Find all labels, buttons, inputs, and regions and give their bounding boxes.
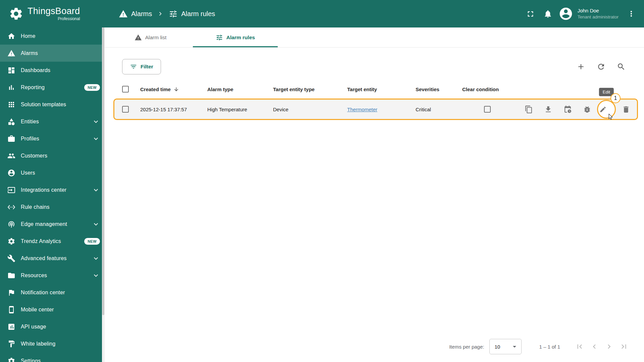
tab-bar: Alarm list Alarm rules [105, 27, 644, 48]
table-row[interactable]: 2025-12-15 17:37:57 High Temperature Dev… [113, 99, 638, 120]
sidebar-item-label: Users [21, 170, 35, 176]
chevron-down-icon [92, 118, 100, 126]
arrow-down-icon [173, 86, 179, 92]
cell-target-entity-type: Device [273, 107, 347, 112]
edit-button[interactable]: Edit1 [599, 102, 613, 116]
sidebar-item-edge-management[interactable]: Edge management [0, 216, 105, 233]
row-actions: Edit1 [513, 102, 637, 116]
column-clear-condition[interactable]: Clear condition [462, 86, 513, 92]
row-checkbox[interactable] [122, 106, 129, 113]
sidebar-item-label: Rule chains [21, 204, 50, 210]
white-labeling-icon [7, 340, 15, 348]
sidebar-item-profiles[interactable]: Profiles [0, 130, 105, 147]
column-target-entity-type[interactable]: Target entity type [273, 86, 347, 92]
sidebar-item-users[interactable]: Users [0, 164, 105, 181]
tab-alarm-list[interactable]: Alarm list [108, 27, 193, 47]
filter-button[interactable]: Filter [122, 59, 161, 74]
items-per-page-label: Items per page: [449, 344, 484, 350]
refresh-button[interactable] [594, 59, 608, 74]
items-per-page-select[interactable]: 10 [489, 339, 522, 354]
sidebar-item-label: Edge management [21, 221, 67, 227]
sidebar-item-label: Notification center [21, 290, 65, 296]
tab-alarm-rules[interactable]: Alarm rules [193, 27, 278, 47]
sidebar-item-api-usage[interactable]: API usage [0, 318, 105, 335]
logo-gear-icon [9, 6, 23, 21]
column-target-entity[interactable]: Target entity [347, 86, 416, 92]
advanced-features-icon [7, 254, 15, 262]
column-created-time[interactable]: Created time [140, 86, 207, 92]
sidebar-item-white-labeling[interactable]: White labeling [0, 335, 105, 352]
sidebar-item-label: Entities [21, 119, 39, 125]
sidebar-item-resources[interactable]: Resources [0, 267, 105, 284]
add-button[interactable] [574, 59, 588, 74]
sidebar-item-dashboards[interactable]: Dashboards [0, 62, 105, 79]
avatar[interactable] [558, 6, 574, 21]
sidebar-item-label: Settings [21, 358, 41, 362]
sidebar-scrollbar-thumb[interactable] [102, 27, 104, 315]
add-icon [577, 62, 585, 71]
clear-condition-checkbox[interactable] [484, 106, 491, 113]
sidebar-item-label: API usage [21, 324, 46, 330]
sidebar-item-rule-chains[interactable]: Rule chains [0, 198, 105, 216]
refresh-icon [597, 62, 605, 71]
chevron-down-icon [92, 186, 100, 194]
more-menu-button[interactable] [624, 6, 639, 21]
table-header: Created time Alarm type Target entity ty… [105, 80, 644, 99]
next-page-button[interactable] [602, 339, 616, 354]
search-button[interactable] [614, 59, 629, 74]
chevron-left-icon [590, 342, 599, 351]
mobile-center-icon [7, 306, 15, 314]
sidebar-item-advanced-features[interactable]: Advanced features [0, 250, 105, 267]
sidebar-item-notification-center[interactable]: Notification center [0, 284, 105, 301]
prev-page-button[interactable] [587, 339, 602, 354]
sidebar-item-customers[interactable]: Customers [0, 147, 105, 164]
customers-icon [7, 152, 15, 160]
copy-button[interactable] [522, 102, 536, 116]
notification-center-icon [7, 289, 15, 297]
first-page-button[interactable] [572, 339, 587, 354]
cursor-icon [607, 113, 614, 121]
alarm-rules-icon [216, 34, 223, 41]
tab-label: Alarm list [145, 35, 167, 41]
events-icon [564, 105, 572, 114]
debug-button[interactable] [580, 102, 594, 116]
events-button[interactable] [560, 102, 575, 116]
notifications-button[interactable] [541, 6, 555, 21]
main-content: Alarm list Alarm rules Filter Created ti… [105, 27, 644, 362]
column-alarm-type[interactable]: Alarm type [207, 86, 273, 92]
delete-button[interactable] [619, 102, 633, 116]
sidebar-item-trendz-analytics[interactable]: Trendz AnalyticsNEW [0, 233, 105, 250]
settings-icon [7, 357, 15, 362]
sidebar-item-alarms[interactable]: Alarms [0, 45, 105, 62]
last-page-button[interactable] [616, 339, 631, 354]
sidebar-item-settings[interactable]: Settings [0, 352, 105, 362]
warning-icon [135, 34, 142, 41]
column-severities[interactable]: Severities [416, 86, 462, 92]
target-entity-link[interactable]: Thermometer [347, 107, 377, 112]
caret-down-icon [511, 343, 519, 351]
sidebar-item-entities[interactable]: Entities [0, 113, 105, 130]
paginator: Items per page: 10 1 – 1 of 1 [105, 336, 644, 357]
sidebar-item-home[interactable]: Home [0, 27, 105, 45]
first-page-icon [575, 342, 584, 351]
sidebar-item-label: Mobile center [21, 307, 54, 313]
download-button[interactable] [541, 102, 555, 116]
trendz-icon [7, 237, 15, 245]
sidebar-item-integrations-center[interactable]: Integrations center [0, 181, 105, 198]
logo[interactable]: ThingsBoard Professional [0, 6, 105, 21]
sidebar-item-reporting[interactable]: ReportingNEW [0, 79, 105, 96]
select-all-checkbox[interactable] [122, 86, 129, 93]
sidebar-item-solution-templates[interactable]: Solution templates [0, 96, 105, 113]
sidebar-item-label: Resources [21, 273, 47, 279]
thingsboard-app: ThingsBoard Professional Alarms Alarm ru… [0, 0, 644, 362]
notifications-icon [543, 9, 552, 18]
sidebar-item-mobile-center[interactable]: Mobile center [0, 301, 105, 318]
fullscreen-button[interactable] [523, 6, 538, 21]
user-role: Tenant administrator [578, 14, 619, 20]
cell-severities: Critical [416, 107, 462, 112]
breadcrumb-alarm-rules[interactable]: Alarm rules [169, 9, 215, 18]
debug-icon [583, 105, 591, 114]
breadcrumb-alarms[interactable]: Alarms [119, 9, 152, 18]
sidebar-item-label: Home [21, 33, 35, 39]
sidebar-scrollbar[interactable] [102, 27, 105, 362]
